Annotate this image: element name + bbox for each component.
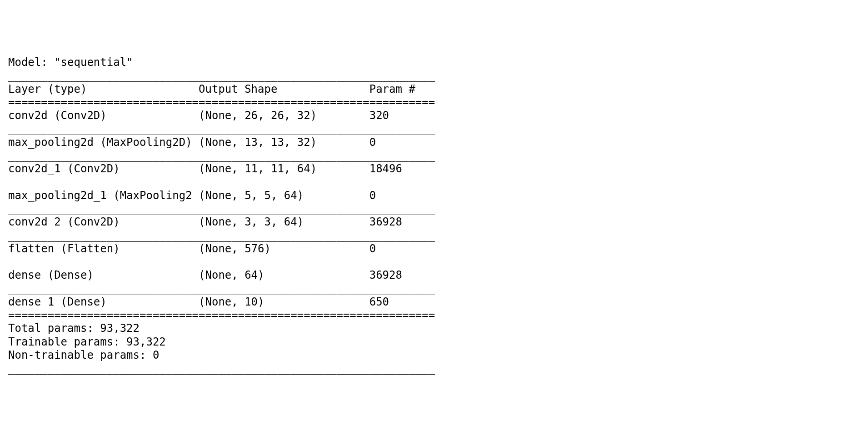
model-summary-text: Model: "sequential" ____________________… (8, 56, 435, 375)
